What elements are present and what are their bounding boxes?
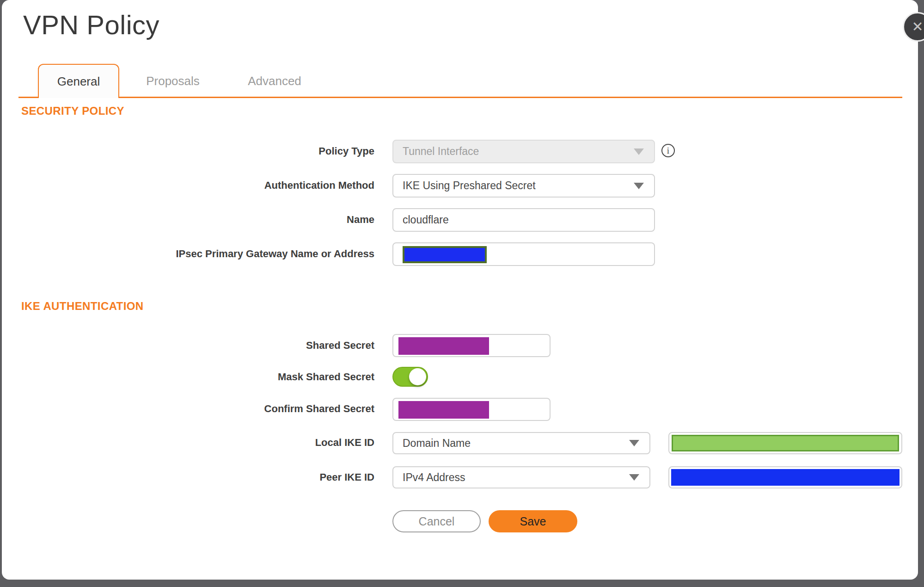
- mask-shared-secret-label: Mask Shared Secret: [2, 371, 374, 383]
- mask-shared-secret-toggle[interactable]: [392, 367, 428, 387]
- chevron-down-icon: [634, 183, 644, 189]
- name-input[interactable]: [392, 208, 655, 232]
- peer-ike-id-value-input[interactable]: [668, 466, 902, 488]
- save-button-label: Save: [520, 515, 546, 528]
- dialog-title: VPN Policy: [23, 9, 159, 40]
- name-label: Name: [2, 213, 374, 226]
- chevron-down-icon: [634, 148, 644, 155]
- vpn-policy-dialog: VPN Policy General Proposals Advanced SE…: [2, 0, 918, 580]
- redaction-block: [403, 246, 487, 263]
- tab-proposals[interactable]: Proposals: [132, 64, 214, 98]
- redaction-block: [398, 337, 489, 355]
- section-security-policy: SECURITY POLICY: [21, 105, 124, 117]
- screen: VPN Policy General Proposals Advanced SE…: [0, 0, 924, 587]
- policy-type-label: Policy Type: [2, 145, 374, 158]
- gateway-input[interactable]: [392, 242, 655, 266]
- tab-general[interactable]: General: [38, 64, 119, 98]
- authentication-method-label: Authentication Method: [2, 179, 374, 192]
- tab-advanced[interactable]: Advanced: [234, 64, 315, 98]
- shared-secret-label: Shared Secret: [2, 339, 374, 352]
- peer-ike-id-type: IPv4 Address: [403, 471, 465, 484]
- info-icon-glyph: i: [667, 146, 669, 156]
- chevron-down-icon: [629, 440, 639, 446]
- peer-ike-id-select[interactable]: IPv4 Address: [392, 466, 650, 488]
- close-icon: ✕: [912, 20, 923, 34]
- confirm-shared-secret-label: Confirm Shared Secret: [2, 402, 374, 415]
- gateway-label: IPsec Primary Gateway Name or Address: [2, 247, 374, 260]
- authentication-method-value: IKE Using Preshared Secret: [403, 179, 536, 192]
- policy-type-value: Tunnel Interface: [403, 145, 479, 158]
- shared-secret-input[interactable]: [392, 334, 551, 357]
- redaction-block: [398, 401, 489, 419]
- policy-type-select: Tunnel Interface: [392, 140, 655, 163]
- redaction-block: [671, 469, 900, 486]
- cancel-button-label: Cancel: [419, 515, 455, 528]
- local-ike-id-select[interactable]: Domain Name: [392, 432, 650, 454]
- section-ike-authentication: IKE AUTHENTICATION: [21, 300, 144, 313]
- local-ike-id-value-input[interactable]: [668, 432, 902, 454]
- confirm-shared-secret-input[interactable]: [392, 398, 551, 421]
- authentication-method-select[interactable]: IKE Using Preshared Secret: [392, 174, 655, 198]
- local-ike-id-label: Local IKE ID: [2, 436, 374, 449]
- local-ike-id-type: Domain Name: [403, 437, 471, 450]
- save-button[interactable]: Save: [489, 510, 577, 532]
- chevron-down-icon: [629, 474, 639, 481]
- tab-general-label: General: [57, 74, 100, 89]
- info-icon[interactable]: i: [661, 144, 675, 157]
- redaction-block: [672, 435, 899, 451]
- toggle-knob: [409, 368, 426, 385]
- tab-proposals-label: Proposals: [146, 74, 200, 88]
- peer-ike-id-label: Peer IKE ID: [2, 471, 374, 484]
- cancel-button[interactable]: Cancel: [392, 510, 481, 532]
- tab-advanced-label: Advanced: [248, 74, 301, 88]
